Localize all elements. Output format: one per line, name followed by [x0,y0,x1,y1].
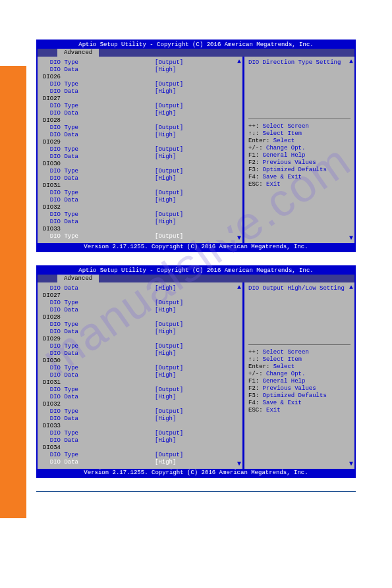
row-label: DIO Data [43,132,155,139]
setting-row[interactable]: DIO Type[Output] [43,408,237,415]
sidebar-decoration [0,66,26,518]
scroll-up-icon[interactable]: ▲ [349,284,353,291]
row-value: [High] [155,437,237,444]
setting-row[interactable]: DIO Type[Output] [43,387,237,394]
row-value: [High] [155,372,237,379]
page-divider [36,491,356,492]
setting-row[interactable]: DIO Type[Output] [43,300,237,307]
setting-row[interactable]: DIO Data[High] [43,415,237,423]
setting-row[interactable]: DIO Type[Output] [43,343,237,350]
scroll-down-icon[interactable]: ▼ [349,460,353,468]
help-key-line: F4: Save & Exit [248,400,350,407]
scroll-down-icon[interactable]: ▼ [349,234,353,242]
divider [248,344,350,345]
setting-row[interactable]: DIO Type[Output] [43,124,237,132]
row-label: DIO Data [43,88,155,95]
row-value: [High] [155,132,237,139]
setting-row[interactable]: DIO Data[High] [43,175,237,182]
scroll-down-icon[interactable]: ▼ [237,234,241,242]
group-header: DIO30 [43,161,237,168]
setting-row[interactable]: DIO Type[Output] [43,146,237,153]
row-label: DIO31 [43,379,155,387]
row-label: DIO Data [43,350,155,358]
row-value: [High] [155,329,237,336]
setting-row[interactable]: DIO Data[High] [43,132,237,139]
help-pane-2: ▲ DIO Output High/Low Setting ++: Select… [244,282,354,469]
setting-row[interactable]: DIO Type[Output] [43,81,237,88]
bios-title: Aptio Setup Utility - Copyright (C) 2016… [38,41,354,49]
help-key-line: Enter: Select [248,138,350,145]
row-label: DIO Type [43,387,155,394]
row-label: DIO Data [43,175,155,182]
setting-row[interactable]: DIO Data[High] [43,153,237,161]
setting-row[interactable]: DIO Data[High] [43,219,237,226]
setting-row[interactable]: DIO Type[Output] [43,365,237,372]
setting-row[interactable]: DIO Type[Output] [43,430,237,437]
row-value: [Output] [155,430,237,437]
row-label: DIO Type [43,321,155,329]
group-header: DIO32 [43,401,237,408]
setting-row[interactable]: DIO Data[High] [43,329,237,336]
help-key-line: Enter: Select [248,363,350,371]
group-header: DIO33 [43,226,237,233]
row-label: DIO Data [43,285,155,292]
setting-row[interactable]: DIO Data[High] [43,437,237,444]
row-value: [High] [155,459,237,466]
tab-row: Advanced [38,275,354,282]
setting-row[interactable]: DIO Type[Output] [43,321,237,329]
row-value: [High] [155,350,237,358]
row-label: DIO30 [43,358,155,365]
setting-row[interactable]: DIO Data[High] [43,285,237,292]
setting-row[interactable]: DIO Type[Output] [43,452,237,459]
setting-row[interactable]: DIO Data[High] [43,372,237,379]
row-value: [High] [155,88,237,95]
setting-row[interactable]: DIO Type[Output] [43,103,237,110]
scroll-up-icon[interactable]: ▲ [237,58,241,65]
group-header: DIO29 [43,336,237,343]
setting-row[interactable]: DIO Data[High] [43,88,237,95]
row-label: DIO Type [43,343,155,350]
row-value: [High] [155,67,237,74]
setting-row[interactable]: DIO Data[High] [43,459,237,466]
help-key-line: ↑↓: Select Item [248,130,350,138]
row-label: DIO Data [43,459,155,466]
row-value: [High] [155,285,237,292]
setting-row[interactable]: DIO Data[High] [43,197,237,204]
tab-advanced[interactable]: Advanced [57,49,99,57]
row-label: DIO Data [43,197,155,204]
setting-row[interactable]: DIO Data[High] [43,307,237,314]
row-label: DIO29 [43,336,155,343]
row-label: DIO27 [43,292,155,300]
row-label: DIO31 [43,182,155,190]
setting-row[interactable]: DIO Data[High] [43,110,237,117]
setting-row[interactable]: DIO Data[High] [43,394,237,401]
setting-row[interactable]: DIO Type[Output] [43,168,237,175]
row-label: DIO Type [43,233,155,240]
group-header: DIO33 [43,423,237,430]
tab-advanced[interactable]: Advanced [57,275,99,282]
setting-row[interactable]: DIO Type[Output] [43,211,237,219]
settings-list-1[interactable]: ▲ DIO Type[Output] DIO Data[High]DIO26 D… [38,57,244,243]
row-label: DIO Type [43,124,155,132]
row-label: DIO Type [43,408,155,415]
setting-row[interactable]: DIO Type[Output] [43,190,237,197]
row-value: [High] [155,219,237,226]
settings-list-2[interactable]: ▲ DIO Data[High]DIO27 DIO Type[Output] D… [38,282,244,469]
row-value: [Output] [155,124,237,132]
setting-row[interactable]: DIO Data[High] [43,350,237,358]
help-key-line: +/-: Change Opt. [248,145,350,152]
row-value: [High] [155,394,237,401]
row-label: DIO Data [43,372,155,379]
setting-row[interactable]: DIO Type[Output] [43,233,237,240]
group-header: DIO28 [43,117,237,124]
tab-row: Advanced [38,49,354,57]
row-label: DIO Data [43,67,155,74]
row-label: DIO Data [43,415,155,423]
scroll-up-icon[interactable]: ▲ [237,284,241,291]
scroll-down-icon[interactable]: ▼ [237,460,241,468]
bios-footer: Version 2.17.1255. Copyright (C) 2016 Am… [38,469,354,477]
group-header: DIO31 [43,182,237,190]
scroll-up-icon[interactable]: ▲ [349,58,353,65]
setting-row[interactable]: DIO Data[High] [43,67,237,74]
setting-row[interactable]: DIO Type[Output] [43,59,237,67]
